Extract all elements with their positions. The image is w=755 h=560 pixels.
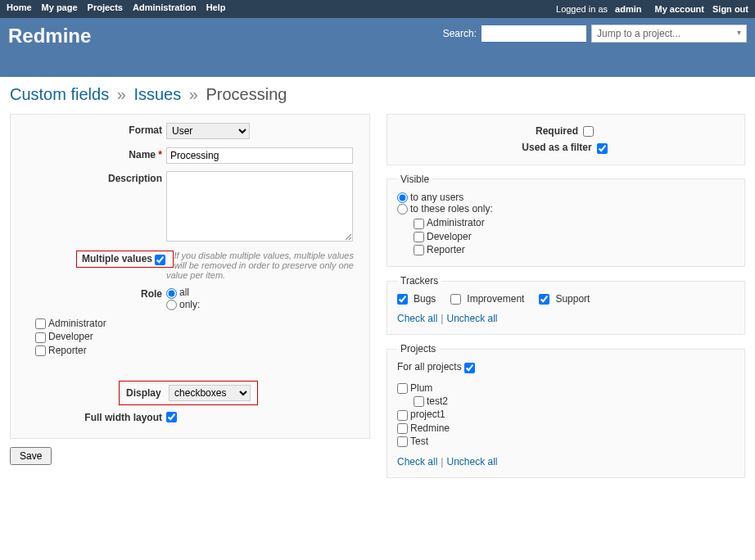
projects-check-all[interactable]: Check all [397, 456, 437, 467]
multiple-values-label: Multiple values [82, 253, 152, 264]
project-checkbox[interactable] [397, 436, 408, 447]
visible-role-item[interactable]: Developer [414, 231, 472, 242]
role-item[interactable]: Reporter [35, 345, 87, 356]
fullwidth-label: Full width layout [19, 410, 162, 423]
nav-mypage[interactable]: My page [42, 2, 78, 12]
role-checkbox[interactable] [35, 332, 46, 343]
top-menu: Home My page Projects Administration Hel… [0, 0, 755, 18]
visible-any-radio[interactable] [397, 192, 408, 203]
required-checkbox[interactable] [583, 126, 594, 137]
tracker-checkbox[interactable] [450, 294, 461, 305]
nav-help[interactable]: Help [206, 2, 226, 12]
visible-fieldset: Visible to any users to these roles only… [387, 174, 745, 268]
project-checkbox[interactable] [397, 383, 408, 394]
role-item[interactable]: Administrator [35, 318, 106, 329]
visible-role-checkbox[interactable] [414, 245, 424, 255]
role-only-option[interactable]: only: [166, 299, 200, 310]
trackers-check-all[interactable]: Check all [397, 313, 437, 324]
display-select[interactable]: checkboxes [169, 385, 251, 401]
filter-checkbox[interactable] [597, 143, 608, 154]
visible-roles-radio[interactable] [397, 204, 408, 215]
project-item[interactable]: project1 [397, 409, 445, 420]
project-jump-select[interactable]: Jump to a project... [591, 25, 747, 43]
tracker-item[interactable]: Support [539, 293, 590, 305]
save-button[interactable] [10, 447, 52, 465]
visible-role-item[interactable]: Reporter [414, 244, 465, 255]
nav-signout[interactable]: Sign out [712, 4, 748, 14]
project-checkbox[interactable] [414, 396, 424, 407]
name-label: Name * [19, 147, 162, 160]
description-textarea[interactable] [166, 171, 353, 242]
format-label: Format [19, 123, 162, 136]
role-checkbox[interactable] [35, 318, 46, 329]
projects-fieldset: Projects For all projects Plum test2 pro… [387, 343, 745, 478]
header: Search: Jump to a project... Redmine [0, 18, 755, 77]
tracker-checkbox[interactable] [539, 294, 549, 305]
project-item[interactable]: Test [397, 436, 428, 447]
visible-any-option[interactable]: to any users [397, 192, 463, 203]
breadcrumb-issues[interactable]: Issues [133, 85, 181, 103]
role-all-option[interactable]: all [166, 287, 189, 298]
breadcrumb: Custom fields » Issues » Processing [10, 85, 745, 104]
visible-legend: Visible [397, 174, 432, 185]
role-all-radio[interactable] [166, 288, 177, 299]
breadcrumb-customfields[interactable]: Custom fields [10, 85, 109, 103]
flags-box: Required Used as a filter [387, 114, 745, 165]
breadcrumb-sep: » [117, 85, 126, 103]
projects-uncheck-all[interactable]: Uncheck all [446, 456, 497, 467]
breadcrumb-sep: » [189, 85, 198, 103]
project-item[interactable]: test2 [414, 395, 448, 407]
top-menu-left: Home My page Projects Administration Hel… [7, 2, 235, 16]
nav-myaccount[interactable]: My account [654, 4, 704, 14]
tracker-item[interactable]: Bugs [397, 293, 436, 305]
format-select[interactable]: User [166, 123, 250, 139]
visible-role-item[interactable]: Administrator [414, 217, 485, 228]
required-label: Required [536, 125, 578, 137]
trackers-fieldset: Trackers Bugs Improvement Support Check … [387, 275, 745, 335]
project-checkbox[interactable] [397, 410, 408, 421]
loggedin-text: Logged in as admin [556, 4, 641, 14]
trackers-legend: Trackers [397, 275, 441, 287]
quick-search: Search: Jump to a project... [443, 25, 747, 43]
name-input[interactable] [166, 147, 353, 164]
display-label: Display [126, 387, 161, 399]
main: Custom fields » Issues » Processing Form… [0, 77, 755, 495]
trackers-uncheck-all[interactable]: Uncheck all [446, 313, 497, 324]
role-only-radio[interactable] [166, 300, 177, 310]
role-label: Role [19, 287, 162, 300]
fullwidth-checkbox[interactable] [166, 412, 177, 422]
top-menu-right: Logged in as admin My account Sign out [556, 2, 748, 16]
loggedin-user-link[interactable]: admin [615, 4, 641, 14]
for-all-projects-label[interactable]: For all projects [397, 361, 477, 373]
project-checkbox[interactable] [397, 423, 408, 434]
description-label: Description [19, 171, 162, 184]
multiple-values-hint: If you disable multiple values, multiple… [166, 251, 355, 280]
tracker-item[interactable]: Improvement [450, 293, 524, 305]
filter-label: Used as a filter [522, 142, 591, 153]
nav-home[interactable]: Home [7, 2, 32, 12]
projects-legend: Projects [397, 343, 439, 355]
visible-roles-option[interactable]: to these roles only: [397, 203, 493, 215]
search-input[interactable] [481, 25, 586, 42]
breadcrumb-current: Processing [206, 85, 287, 103]
project-item[interactable]: Redmine [397, 422, 450, 434]
role-checkbox[interactable] [35, 345, 46, 356]
search-label: Search: [443, 28, 477, 39]
nav-admin[interactable]: Administration [133, 2, 197, 12]
visible-role-checkbox[interactable] [414, 232, 424, 242]
project-item[interactable]: Plum [397, 382, 432, 394]
for-all-projects-checkbox[interactable] [464, 363, 475, 373]
multiple-values-checkbox[interactable] [155, 255, 165, 265]
tracker-checkbox[interactable] [397, 294, 408, 305]
nav-projects[interactable]: Projects [88, 2, 123, 12]
left-box: Format User Name * Description Multiple … [10, 114, 370, 439]
role-item[interactable]: Developer [35, 331, 93, 342]
visible-role-checkbox[interactable] [414, 219, 424, 229]
